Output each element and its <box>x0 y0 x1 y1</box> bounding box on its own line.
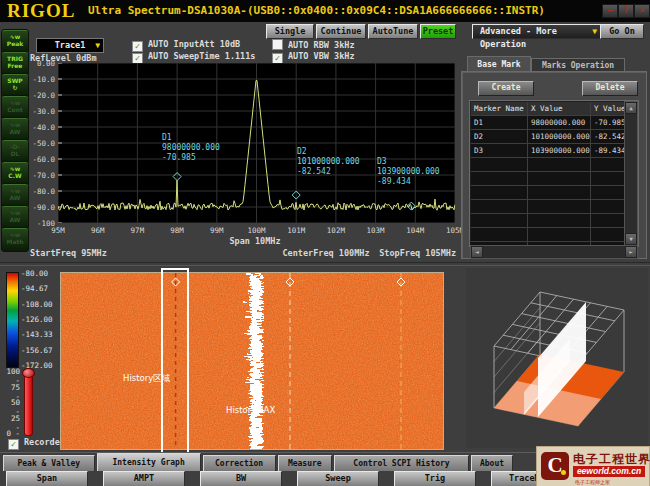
y-tick-label: -80.0 <box>28 187 55 196</box>
x-tick-label: 100M <box>240 226 274 235</box>
table-row-empty <box>471 186 637 200</box>
colorbar-tick-label: -94.67 <box>21 284 48 293</box>
marker-label-D2: -82.542 <box>297 167 331 176</box>
go-on-button[interactable]: Go On <box>600 24 644 39</box>
scroll-down-icon[interactable]: ▼ <box>625 233 637 245</box>
spectrum-trace-canvas: D198000000.000-70.985D2101000000.000-82.… <box>58 63 455 223</box>
title-bar: RIGOL Ultra Spectrum-DSA1030A-(USB0::0x0… <box>0 0 650 22</box>
auto-checkbox-3[interactable]: AUTO RBW 3kHz <box>272 39 355 50</box>
autotune-button[interactable]: AutoTune <box>368 24 418 39</box>
ampt-button[interactable]: AMPT <box>103 471 185 486</box>
recorder-label: Recorder <box>24 437 65 447</box>
table-header: X Value <box>528 102 591 115</box>
scroll-right-icon[interactable]: ► <box>625 246 637 258</box>
y-tick-label: -50.0 <box>28 139 55 148</box>
scroll-up-icon[interactable]: ▲ <box>625 102 637 114</box>
span-label: Span 10MHz <box>195 236 315 246</box>
section-divider <box>0 262 650 266</box>
sweep-button[interactable]: Sweep <box>297 471 379 486</box>
history-max-label: HistoryMAX <box>226 405 275 415</box>
y-tick-label: -40.0 <box>28 123 55 132</box>
marker-table-header-row: Marker NameX ValueY Value <box>471 102 637 116</box>
table-row-empty <box>471 200 637 214</box>
help-button[interactable]: ? <box>618 4 634 18</box>
intensity-colorbar <box>6 272 19 368</box>
table-row[interactable]: D3103900000.000-89.434 <box>471 144 637 158</box>
marker-label-D3: D3 <box>377 157 387 166</box>
waterfall-3d-view[interactable] <box>466 268 648 448</box>
logo-dot-icon <box>561 470 566 475</box>
table-header: Marker Name <box>471 102 528 115</box>
checkbox-label: AUTO SweepTime 1.111s <box>148 51 255 61</box>
x-tick-label: 102M <box>319 226 353 235</box>
y-tick-label: -20.0 <box>28 91 55 100</box>
waterfall-selection-rectangle[interactable] <box>161 268 189 455</box>
vertical-scrollbar[interactable]: ▲ ▼ <box>624 101 638 246</box>
advanced-more-operation-dropdown[interactable]: Advanced - More Operation ▼ <box>472 24 603 39</box>
x-tick-label: 96M <box>81 226 115 235</box>
table-cell: D1 <box>471 116 528 129</box>
span-button[interactable]: Span <box>6 471 88 486</box>
y-tick-label: 0.00 <box>28 59 55 68</box>
marker-label-D1: -70.985 <box>162 153 196 162</box>
tab-measure[interactable]: Measure <box>278 455 332 471</box>
intensity-waterfall[interactable]: History区域 HistoryMAX <box>60 272 444 450</box>
x-tick-label: 103M <box>359 226 393 235</box>
colorbar-tick-label: -80.00 <box>21 269 48 278</box>
minimize-button[interactable]: — <box>602 4 618 18</box>
chevron-down-icon: ▼ <box>95 39 100 52</box>
marker-label-D1: D1 <box>162 133 172 142</box>
tab-correction[interactable]: Correction <box>203 455 276 471</box>
horizontal-scrollbar[interactable]: ◄ ► <box>470 245 638 259</box>
single-button[interactable]: Single <box>266 24 314 39</box>
table-cell: 103900000.000 <box>528 144 591 157</box>
advanced-dropdown-label: Advanced - More Operation <box>480 26 557 49</box>
table-cell: D3 <box>471 144 528 157</box>
table-row-empty <box>471 172 637 186</box>
watermark-slogan: 电子工程师之家 <box>575 479 610 485</box>
bw-button[interactable]: BW <box>200 471 282 486</box>
trace-select-dropdown[interactable]: Trace1 ▼ <box>36 38 104 53</box>
ultra-spectrum-window: RIGOL Ultra Spectrum-DSA1030A-(USB0::0x0… <box>0 0 650 486</box>
table-row[interactable]: D2101000000.000-82.542 <box>471 130 637 144</box>
history-depth-slider[interactable] <box>24 372 33 436</box>
tab-peak-valley[interactable]: Peak & Valley <box>3 455 95 471</box>
table-row[interactable]: D198000000.000-70.985 <box>471 116 637 130</box>
checkbox-check-icon: ✓ <box>8 439 19 450</box>
slider-knob[interactable] <box>22 368 35 378</box>
delete-marker-button[interactable]: Delete <box>582 81 638 96</box>
preset-button[interactable]: Preset <box>420 24 456 39</box>
start-freq-label: StartFreq 95MHz <box>30 248 107 258</box>
table-cell: D2 <box>471 130 528 143</box>
trace-select-value: Trace1 <box>55 40 86 50</box>
recorder-checkbox[interactable]: ✓Recorder <box>8 437 65 450</box>
marker-label-D2: 101000000.000 <box>297 157 360 166</box>
y-tick-label: -10.0 <box>28 75 55 84</box>
eeworld-logo-icon: C <box>541 452 569 480</box>
waterfall-canvas: History区域 HistoryMAX <box>61 273 443 449</box>
close-button[interactable]: × <box>634 4 650 18</box>
marker-label-D3: 103900000.000 <box>377 167 440 176</box>
marker-label-D1: 98000000.000 <box>162 143 220 152</box>
spectrum-plot[interactable]: D198000000.000-70.985D2101000000.000-82.… <box>58 63 455 223</box>
y-tick-label: -30.0 <box>28 107 55 116</box>
scroll-left-icon[interactable]: ◄ <box>471 246 483 258</box>
trig-button[interactable]: Trig <box>394 471 476 486</box>
marker-label-D3: -89.434 <box>377 177 411 186</box>
3d-canvas <box>466 268 648 448</box>
tab-control-scpi-history[interactable]: Control SCPI History <box>334 455 469 471</box>
colorbar-tick-label: -126.00 <box>21 315 53 324</box>
x-tick-label: 95M <box>41 226 75 235</box>
sidebar-item-math[interactable]: ∿wMath <box>1 227 29 252</box>
eeworld-watermark: C 电子工程世界 eeworld.com.cn 电子工程师之家 <box>536 446 650 486</box>
window-title: Ultra Spectrum-DSA1030A-(USB0::0x0400::0… <box>88 4 545 17</box>
x-tick-label: 98M <box>160 226 194 235</box>
tab-intensity-graph[interactable]: Intensity Graph <box>97 453 201 471</box>
create-marker-button[interactable]: Create <box>478 81 534 96</box>
colorbar-tick-label: -156.67 <box>21 346 53 355</box>
tab-about[interactable]: About <box>471 455 513 471</box>
marker-panel: Create Delete Marker NameX ValueY ValueD… <box>461 71 647 259</box>
continue-button[interactable]: Continue <box>316 24 366 39</box>
y-tick-label: -90.0 <box>28 203 55 212</box>
y-tick-label: -60.0 <box>28 155 55 164</box>
